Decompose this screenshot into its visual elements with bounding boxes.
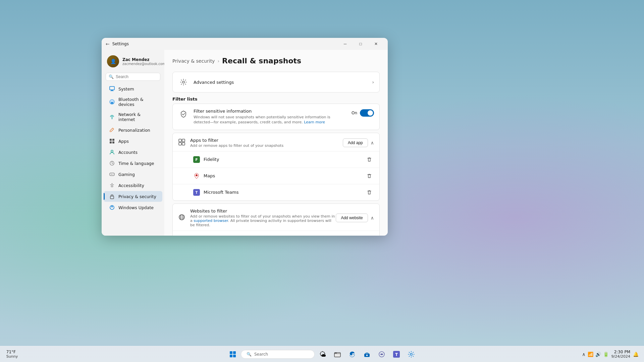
svg-rect-36	[233, 351, 236, 354]
user-info: Zac Mendez zacmendez@outlook.com	[122, 57, 164, 66]
notification-icon[interactable]: 🔔	[633, 352, 639, 357]
accounts-icon	[109, 149, 115, 155]
maps-app-name: Maps	[204, 173, 365, 178]
sidebar-item-privacy[interactable]: Privacy & security	[104, 191, 162, 202]
sidebar-search-box[interactable]: 🔍	[106, 73, 160, 81]
apps-to-filter-actions: Add app ∧	[343, 138, 374, 147]
taskbar-icon-teams[interactable]: T	[390, 348, 403, 361]
fidelity-website-icon: F	[193, 235, 200, 236]
advanced-settings-text: Advanced settings	[194, 80, 372, 85]
user-profile[interactable]: 👤 Zac Mendez zacmendez@outlook.com	[102, 53, 164, 73]
taskbar: 71°F Sunny 🔍 Search 🌤 T	[0, 346, 644, 362]
sidebar-item-accounts[interactable]: Accounts	[104, 147, 162, 158]
taskbar-icon-settings[interactable]	[405, 348, 418, 361]
sidebar-item-update[interactable]: Windows Update	[104, 202, 162, 213]
start-button[interactable]	[226, 348, 239, 361]
sidebar-item-bluetooth[interactable]: ⬓ Bluetooth & devices	[104, 95, 162, 109]
add-website-button[interactable]: Add website	[336, 214, 368, 222]
tray-expand-icon[interactable]: ∧	[582, 352, 585, 357]
personalization-icon	[109, 127, 115, 133]
advanced-settings-title: Advanced settings	[194, 80, 372, 85]
sidebar-item-time[interactable]: Time & language	[104, 158, 162, 169]
svg-point-15	[112, 183, 113, 184]
filter-sensitive-row: Filter sensitive information Windows wil…	[173, 104, 379, 130]
accessibility-icon	[109, 182, 115, 188]
svg-rect-35	[230, 351, 232, 354]
avatar: 👤	[107, 55, 119, 67]
supported-browser-link[interactable]: supported browser	[194, 219, 228, 223]
taskbar-icon-widget[interactable]: 🌤	[316, 348, 329, 361]
sidebar-item-gaming[interactable]: Gaming	[104, 169, 162, 180]
filter-lists-title: Filter lists	[172, 97, 380, 102]
svg-rect-38	[233, 355, 236, 357]
sidebar-item-apps[interactable]: Apps	[104, 136, 162, 146]
network-icon	[109, 114, 115, 120]
learn-more-link[interactable]: Learn more	[304, 120, 325, 124]
advanced-settings-chevron: ›	[372, 79, 374, 85]
toggle-track[interactable]	[360, 109, 374, 117]
sidebar: 👤 Zac Mendez zacmendez@outlook.com 🔍 Sys…	[102, 50, 164, 236]
app-item-teams: T Microsoft Teams	[173, 184, 379, 200]
title-bar: ← Settings ─ □ ✕	[102, 38, 388, 50]
toggle-thumb	[368, 110, 373, 116]
taskbar-icon-explorer[interactable]	[331, 348, 344, 361]
websites-to-filter-title: Websites to filter	[190, 208, 336, 214]
weather-widget: 71°F Sunny	[5, 348, 19, 361]
delete-fidelity-button[interactable]	[365, 155, 374, 164]
advanced-settings-icon	[178, 77, 189, 87]
advanced-settings-row[interactable]: Advanced settings ›	[173, 72, 379, 92]
taskbar-icon-store[interactable]	[360, 348, 374, 361]
back-icon[interactable]: ←	[106, 41, 110, 47]
close-button[interactable]: ✕	[368, 39, 384, 49]
websites-collapse-chevron[interactable]: ∧	[371, 215, 374, 221]
tray-battery-icon[interactable]: 🔋	[603, 352, 609, 357]
sidebar-item-accessibility[interactable]: Accessibility	[104, 180, 162, 191]
filter-sensitive-icon	[178, 109, 189, 119]
svg-text:⬓: ⬓	[110, 100, 113, 104]
websites-to-filter-icon	[178, 214, 185, 222]
weather-desc: Sunny	[6, 354, 18, 359]
sidebar-item-personalization[interactable]: Personalization	[104, 125, 162, 135]
minimize-button[interactable]: ─	[337, 39, 353, 49]
clock-time: 2:30 PM	[611, 350, 630, 354]
user-name: Zac Mendez	[122, 57, 164, 62]
websites-to-filter-text: Websites to filter Add or remove website…	[190, 208, 336, 227]
time-display[interactable]: 2:30 PM 9/24/2024	[611, 350, 630, 359]
privacy-icon	[109, 193, 115, 199]
main-content: Privacy & security › Recall & snapshots …	[164, 50, 388, 236]
search-icon: 🔍	[109, 74, 114, 79]
svg-point-5	[112, 118, 113, 119]
search-input[interactable]	[116, 74, 157, 79]
delete-maps-button[interactable]	[365, 171, 374, 181]
sidebar-item-update-label: Windows Update	[118, 205, 154, 210]
taskbar-left: 71°F Sunny	[5, 348, 19, 361]
websites-to-filter-card: Websites to filter Add or remove website…	[172, 203, 380, 236]
sidebar-item-privacy-label: Privacy & security	[118, 194, 156, 199]
filter-sensitive-toggle[interactable]	[360, 109, 374, 117]
gaming-icon	[109, 171, 115, 177]
svg-rect-2	[110, 91, 114, 91]
sidebar-item-system[interactable]: System	[104, 83, 162, 94]
sidebar-item-system-label: System	[118, 86, 134, 92]
apps-to-filter-subtitle: Add or remove apps to filter out of your…	[190, 143, 343, 148]
delete-fidelity-website-button[interactable]	[365, 234, 374, 236]
maximize-button[interactable]: □	[353, 39, 368, 49]
add-app-button[interactable]: Add app	[343, 138, 368, 147]
taskbar-search[interactable]: 🔍 Search	[241, 350, 315, 359]
toggle-group: On	[352, 109, 374, 117]
svg-point-14	[112, 174, 113, 175]
apps-collapse-chevron[interactable]: ∧	[371, 140, 374, 145]
svg-rect-37	[230, 355, 232, 357]
sidebar-item-network[interactable]: Network & internet	[104, 110, 162, 124]
breadcrumb-link[interactable]: Privacy & security	[172, 58, 215, 64]
svg-point-18	[182, 81, 184, 83]
taskbar-icon-edge[interactable]	[345, 348, 359, 361]
taskbar-icon-copilot[interactable]	[375, 348, 388, 361]
tray-network-icon[interactable]: 📶	[588, 352, 593, 357]
svg-rect-16	[110, 196, 114, 199]
clock-date: 9/24/2024	[611, 354, 630, 359]
toggle-label: On	[352, 111, 357, 115]
weather-temp: 71°F	[6, 350, 18, 354]
tray-volume-icon[interactable]: 🔊	[595, 352, 601, 357]
delete-teams-button[interactable]	[365, 188, 374, 197]
